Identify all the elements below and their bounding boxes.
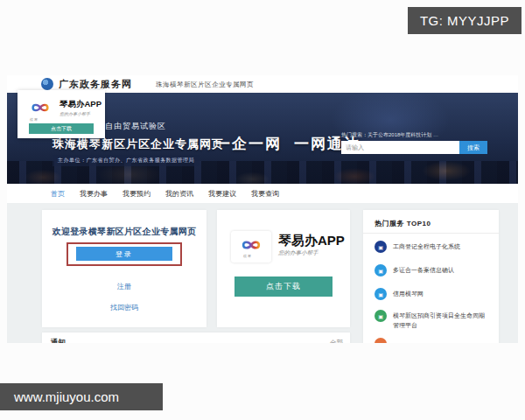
notices-tab[interactable]: 通知: [51, 338, 66, 343]
service-icon: ▣: [374, 338, 387, 343]
app-promo-card: 横琴 琴易办APP 您的办事小帮手 点击下载: [217, 210, 350, 327]
hot-services-card: 热门服务 TOP10 ▣ 工商登记全程电子化系统 ▣ 多证合一备案信息确认 ▣ …: [363, 210, 499, 343]
gov-services-logo-icon: [41, 78, 53, 90]
nav-item-services[interactable]: 我要办事: [80, 189, 108, 199]
banner-title: 珠海横琴新区片区企业专属网页: [52, 136, 224, 152]
qinyiban-logo-icon: 横琴: [231, 231, 271, 262]
notices-all-link[interactable]: 全部: [330, 339, 343, 343]
forgot-password-link[interactable]: 找回密码: [42, 303, 206, 312]
search-bar: 搜索: [341, 141, 487, 154]
app-download-popup: 横琴 琴易办APP 您的办事小帮手 点击下载: [18, 90, 105, 138]
telegram-watermark: TG: MYYJJPP: [408, 7, 522, 34]
nav-item-home[interactable]: 首页: [51, 189, 65, 199]
business-registration-icon: ▣: [374, 241, 387, 253]
banner-slogan: 一企一网一网通达: [215, 134, 360, 154]
divider: [363, 233, 499, 234]
hot-search-ticker: 热门搜索：关于公布2018年度科技计划 …: [341, 131, 499, 139]
service-label: 工商登记全程电子化系统: [393, 241, 460, 252]
credit-hengqin-icon: ▣: [374, 288, 387, 300]
popup-app-tagline: 您的办事小帮手: [60, 111, 90, 116]
app-tagline: 您的办事小帮手: [278, 249, 318, 257]
organizer-line: 主办单位：广东省自贸办、广东省政务服务数据管理局: [52, 155, 200, 166]
url-watermark: www.mjiuyou.com: [0, 383, 163, 410]
site-page-label: 珠海横琴新区片区企业专属网页: [156, 80, 254, 89]
logo-caption: 横琴: [30, 117, 38, 122]
investment-platform-icon: ▣: [374, 310, 387, 322]
main-nav: 首页 我要办事 我要预约 我的资讯 我要建议 我要查询: [7, 184, 518, 203]
service-item[interactable]: ▣ 工商登记全程电子化系统: [374, 241, 490, 253]
popup-download-button[interactable]: 点击下载: [29, 123, 94, 134]
service-item[interactable]: ▣ 多证合一备案信息确认: [374, 264, 490, 276]
logo-caption: 横琴: [243, 254, 252, 258]
notices-card: 通知 全部: [42, 332, 350, 343]
site-brand: 广东政务服务网: [59, 78, 132, 91]
register-link[interactable]: 注册: [42, 282, 206, 291]
nav-item-suggestions[interactable]: 我要建议: [208, 189, 236, 199]
login-card-title: 欢迎登录横琴新区片区企业专属网页: [42, 226, 206, 238]
search-button[interactable]: 搜索: [459, 141, 487, 154]
service-label: 信用横琴网: [393, 288, 424, 299]
login-card: 欢迎登录横琴新区片区企业专属网页 登录 注册 找回密码: [42, 210, 206, 327]
service-label: 横琴新区招商引资项目全生命周期管理平台: [393, 310, 490, 330]
red-annotation-box: [66, 242, 182, 266]
search-input[interactable]: [341, 141, 459, 154]
nav-item-news[interactable]: 我的资讯: [165, 189, 193, 199]
website-screenshot: 广东政务服务网 珠海横琴新区片区企业专属网页 中国（广东）自由贸易试验区 珠海横…: [7, 75, 518, 343]
app-name: 琴易办APP: [278, 233, 345, 249]
content-area: 欢迎登录横琴新区片区企业专属网页 登录 注册 找回密码 横琴 琴易办APP 您的…: [7, 203, 518, 343]
slogan-left: 一企一网: [215, 136, 282, 152]
hot-services-title: 热门服务 TOP10: [374, 219, 430, 228]
service-item[interactable]: ▣: [374, 338, 490, 343]
service-label: 多证合一备案信息确认: [393, 264, 454, 276]
service-item[interactable]: ▣ 横琴新区招商引资项目全生命周期管理平台: [374, 310, 490, 330]
popup-app-name: 琴易办APP: [60, 99, 102, 110]
certificate-confirm-icon: ▣: [374, 264, 387, 276]
app-download-button[interactable]: 点击下载: [234, 276, 332, 297]
service-item[interactable]: ▣ 信用横琴网: [374, 288, 490, 300]
nav-item-appointment[interactable]: 我要预约: [122, 189, 150, 199]
nav-item-inquiry[interactable]: 我要查询: [251, 189, 279, 199]
